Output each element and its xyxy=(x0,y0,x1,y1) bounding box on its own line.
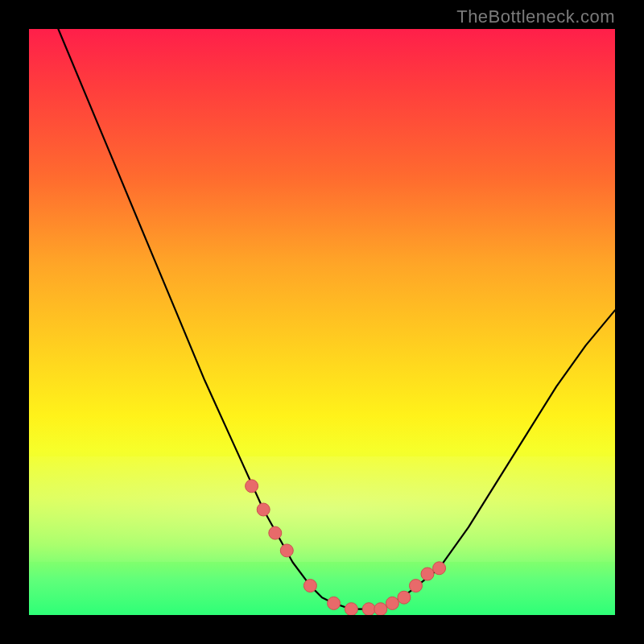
bottleneck-curve xyxy=(58,29,615,609)
curve-marker xyxy=(374,603,387,615)
curve-marker xyxy=(246,480,258,493)
curve-markers xyxy=(246,480,446,615)
chart-svg xyxy=(29,29,615,615)
curve-marker xyxy=(303,580,316,592)
curve-marker xyxy=(269,526,282,539)
plot-area xyxy=(29,29,615,615)
curve-marker xyxy=(328,597,341,609)
attribution-text: TheBottleneck.com xyxy=(456,6,615,27)
curve-marker xyxy=(362,603,375,615)
curve-marker xyxy=(410,580,423,592)
curve-marker xyxy=(421,568,434,580)
curve-marker xyxy=(345,603,357,615)
curve-marker xyxy=(257,503,270,516)
curve-marker xyxy=(280,544,293,557)
curve-marker xyxy=(398,591,411,604)
curve-marker xyxy=(433,562,446,575)
curve-marker xyxy=(386,597,398,609)
chart-frame: TheBottleneck.com xyxy=(0,0,644,644)
